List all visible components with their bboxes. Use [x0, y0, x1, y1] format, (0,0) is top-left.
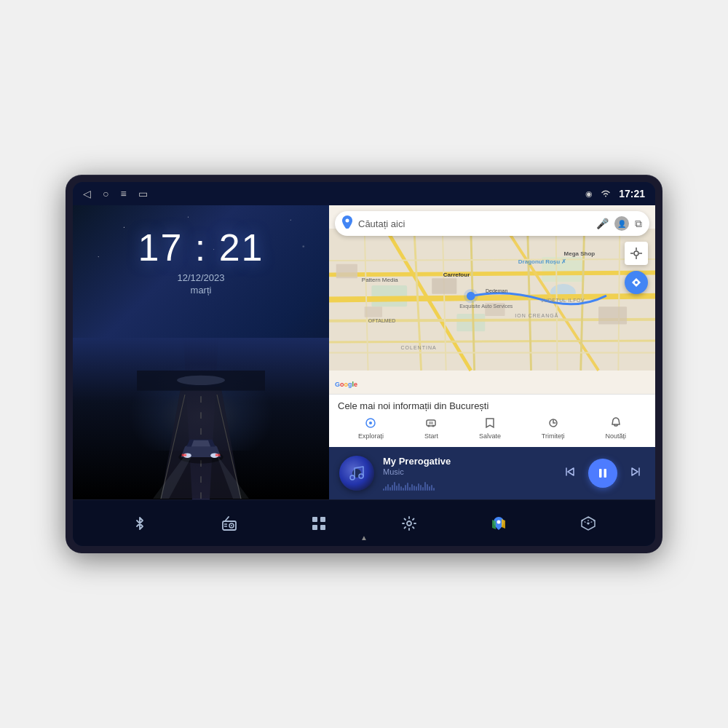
trimiteti-icon	[547, 417, 559, 431]
radio-button[interactable]	[212, 506, 247, 541]
maps-dock-button[interactable]	[481, 506, 516, 541]
music-controls	[561, 459, 645, 488]
waveform-bar	[405, 485, 406, 491]
waveform-bar	[400, 486, 402, 491]
map-label-carrefour: Carrefour	[443, 272, 470, 278]
waveform-bar	[411, 484, 413, 491]
settings-button[interactable]	[392, 506, 427, 541]
status-right: ◉ 17:21	[585, 188, 645, 199]
svg-point-41	[346, 219, 349, 223]
svg-rect-70	[312, 525, 317, 530]
maps-nav-salvate[interactable]: Salvate	[473, 416, 507, 441]
noutati-icon	[611, 417, 621, 431]
svg-rect-15	[456, 314, 485, 331]
svg-rect-38	[598, 306, 627, 324]
music-artist: Music	[383, 467, 552, 476]
start-label: Start	[424, 432, 438, 440]
cube-button[interactable]	[571, 506, 606, 541]
device: ◁ ○ ≡ ▭ ◉ 17:21 17 :	[66, 175, 662, 553]
svg-rect-11	[182, 454, 187, 456]
car-scene	[73, 338, 329, 499]
maps-nav-explorați[interactable]: Explorați	[352, 416, 389, 441]
maps-layers-icon[interactable]: ⧉	[635, 218, 642, 230]
maps-bottom-nav: Explorați Start	[338, 416, 646, 441]
nav-back-icon[interactable]: ◁	[83, 188, 91, 199]
waveform-bar	[416, 486, 417, 491]
svg-rect-60	[599, 469, 602, 478]
bluetooth-button[interactable]	[122, 506, 157, 541]
google-logo: Google	[335, 380, 357, 388]
maps-nav-noutati[interactable]: Noutăți	[599, 416, 632, 441]
svg-rect-12	[215, 454, 221, 456]
right-panel: Pattern Media Carrefour Dragonul Roșu ✗ …	[329, 205, 655, 499]
maps-user-icon[interactable]: 👤	[614, 216, 629, 231]
start-icon	[425, 417, 437, 431]
maps-nav-start[interactable]: Start	[419, 416, 444, 441]
trimiteti-label: Trimiteți	[542, 432, 565, 440]
apps-button[interactable]	[301, 506, 336, 541]
album-art	[339, 456, 374, 491]
map-label-colentina: COLENTINA	[401, 345, 437, 350]
next-button[interactable]	[626, 462, 645, 484]
map-label-pattern: Pattern Media	[362, 277, 398, 283]
play-pause-button[interactable]	[588, 459, 617, 488]
svg-line-19	[329, 272, 655, 274]
nav-menu-icon[interactable]: ≡	[120, 188, 126, 199]
nav-recent-icon[interactable]: ▭	[138, 188, 148, 199]
waveform-bar	[424, 482, 426, 491]
map-label-dedeman: Dedeman	[486, 288, 507, 293]
waveform-bar	[422, 487, 424, 491]
prev-button[interactable]	[561, 462, 579, 484]
waveform-bar	[383, 488, 384, 491]
svg-point-51	[428, 425, 430, 427]
clock-day: marți	[191, 285, 212, 296]
location-icon: ◉	[585, 189, 593, 199]
bottom-dock: ▲	[73, 499, 655, 546]
svg-rect-35	[365, 306, 382, 317]
maps-search-bar[interactable]: Căutați aici 🎤 👤 ⧉	[335, 211, 649, 236]
waveform-bar	[420, 485, 422, 491]
main-content: 17 : 21 12/12/2023 marți	[73, 205, 655, 499]
svg-rect-36	[432, 278, 456, 293]
cube-icon	[580, 515, 596, 531]
maps-nav-trimiteti[interactable]: Trimiteți	[536, 416, 571, 441]
svg-point-5	[177, 376, 225, 385]
map-label-ion: ION CREANGĂ	[515, 313, 558, 318]
map-location-button[interactable]	[625, 242, 648, 265]
maps-mic-icon[interactable]: 🎤	[596, 218, 609, 229]
nav-home-icon[interactable]: ○	[103, 188, 108, 199]
map-label-ilfov: JUDEȚUL ILFOV	[541, 298, 585, 303]
waveform-bar	[394, 482, 395, 491]
radio-icon	[221, 515, 237, 531]
maps-dock-icon	[491, 515, 507, 531]
nav-buttons: ◁ ○ ≡ ▭	[83, 188, 148, 199]
map-navigate-button[interactable]	[625, 271, 648, 294]
waveform-bar	[387, 484, 389, 491]
maps-info-title: Cele mai noi informații din București	[338, 400, 646, 411]
svg-rect-34	[336, 264, 357, 278]
waveform-bar	[429, 486, 430, 491]
home-chevron-icon[interactable]: ▲	[360, 534, 368, 542]
svg-point-74	[587, 522, 590, 524]
svg-line-23	[329, 341, 655, 342]
svg-rect-61	[604, 469, 607, 478]
waveform-bar	[418, 483, 419, 491]
svg-point-73	[496, 520, 500, 523]
music-player: My Prerogative Music	[329, 447, 655, 499]
waveform-bar	[398, 483, 400, 491]
waveform-bar	[431, 485, 432, 491]
svg-rect-71	[320, 525, 325, 530]
maps-pin-icon	[342, 215, 352, 232]
svg-point-65	[231, 525, 232, 526]
svg-point-52	[432, 425, 435, 427]
waveform-bar	[396, 486, 397, 491]
maps-search-placeholder: Căutați aici	[358, 218, 590, 229]
maps-section[interactable]: Pattern Media Carrefour Dragonul Roșu ✗ …	[329, 205, 655, 394]
maps-info-bar: Cele mai noi informații din București Ex…	[329, 394, 655, 447]
waveform-bar	[385, 486, 387, 491]
map-label-oftalmed: OFTALMED	[368, 318, 396, 323]
screen: ◁ ○ ≡ ▭ ◉ 17:21 17 :	[73, 182, 655, 546]
left-panel: 17 : 21 12/12/2023 marți	[73, 205, 329, 499]
svg-point-59	[359, 474, 363, 478]
svg-rect-53	[429, 422, 433, 424]
